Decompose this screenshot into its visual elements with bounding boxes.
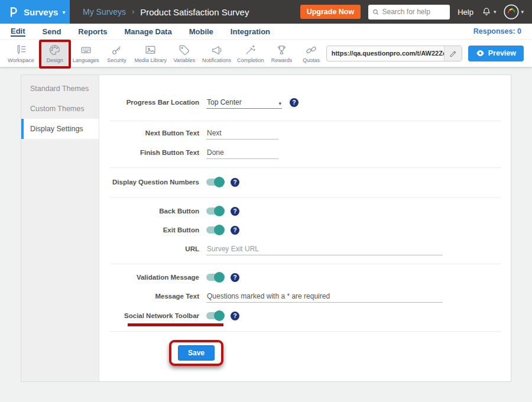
social-network-toolbar-row: Social Network Toolbar ? <box>110 310 501 322</box>
toolbar-item-notifications[interactable]: Notifications <box>199 40 234 66</box>
help-icon[interactable]: ? <box>290 98 299 107</box>
display-settings-panel: Standard Themes Custom Themes Display Se… <box>21 74 511 382</box>
message-text-row: Message Text <box>110 290 501 303</box>
pencil-icon <box>449 50 457 57</box>
display-settings-form: Progress Bar Location Top Center ▾ ? Nex… <box>99 75 511 381</box>
product-label: Surveys <box>24 7 58 17</box>
account-menu[interactable]: ▾ <box>504 4 524 20</box>
back-button-toggle[interactable] <box>206 208 223 215</box>
toolbar-item-label: Rewards <box>271 57 293 63</box>
tab-edit[interactable]: Edit <box>11 27 25 37</box>
message-text-label: Message Text <box>110 292 206 301</box>
search-input[interactable] <box>382 8 446 16</box>
help-icon[interactable]: ? <box>231 207 239 216</box>
security-icon <box>111 44 123 56</box>
toolbar-item-label: Workspace <box>8 57 34 63</box>
sidebar-item-custom-themes[interactable]: Custom Themes <box>21 99 99 119</box>
question-numbers-group: Display Question Numbers ? <box>110 168 501 198</box>
eye-icon <box>476 50 485 57</box>
tab-reports[interactable]: Reports <box>78 27 107 36</box>
validation-message-toggle[interactable] <box>206 274 223 281</box>
preview-label: Preview <box>488 49 516 57</box>
sidebar-item-display-settings[interactable]: Display Settings <box>21 119 99 139</box>
toolbar-item-rewards[interactable]: Rewards <box>267 40 297 66</box>
finish-button-text-row: Finish Button Text <box>110 147 501 159</box>
progress-bar-location-value: Top Center <box>207 98 242 106</box>
tab-mobile[interactable]: Mobile <box>189 27 213 36</box>
exit-url-input[interactable] <box>206 243 443 255</box>
help-link[interactable]: Help <box>458 8 473 17</box>
toolbar-item-label: Completion <box>237 57 264 63</box>
design-sidebar: Standard Themes Custom Themes Display Se… <box>21 75 99 381</box>
exit-button-label: Exit Button <box>110 226 206 235</box>
design-icon <box>48 44 61 56</box>
navigation-buttons-group: Back Button ? Exit Button ? URL <box>110 198 501 264</box>
toggle-knob <box>214 177 225 187</box>
help-icon[interactable]: ? <box>231 273 239 282</box>
message-text-input[interactable] <box>206 290 443 303</box>
back-button-row: Back Button ? <box>110 205 501 217</box>
edit-url-button[interactable] <box>444 46 462 61</box>
chevron-down-icon: ▾ <box>278 100 281 106</box>
tab-manage-data[interactable]: Manage Data <box>124 27 171 36</box>
upgrade-now-button[interactable]: Upgrade Now <box>300 5 361 19</box>
languages-icon <box>80 44 92 56</box>
progress-bar-location-label: Progress Bar Location <box>110 98 206 107</box>
progress-bar-group: Progress Bar Location Top Center ▾ ? <box>110 75 501 121</box>
toolbar-item-label: Variables <box>174 57 196 63</box>
back-button-label: Back Button <box>110 207 206 216</box>
next-button-text-row: Next Button Text <box>110 127 501 140</box>
toolbar-item-workspace[interactable]: Workspace <box>5 40 37 66</box>
preview-button[interactable]: Preview <box>468 46 524 61</box>
tab-send[interactable]: Send <box>43 27 61 36</box>
breadcrumb-separator-icon: › <box>132 8 134 16</box>
toolbar-item-label: Design <box>47 57 63 63</box>
completion-icon <box>244 44 257 56</box>
finish-button-text-input[interactable] <box>206 147 278 159</box>
bell-icon <box>481 7 492 17</box>
chevron-down-icon: ▾ <box>494 9 497 15</box>
survey-nav: Edit Send Reports Manage Data Mobile Int… <box>0 24 532 40</box>
toolbar-item-quotas[interactable]: Quotas <box>297 40 326 66</box>
social-network-toolbar-label: Social Network Toolbar <box>110 312 206 320</box>
toolbar-item-completion[interactable]: Completion <box>234 40 267 66</box>
media-library-icon <box>144 44 157 56</box>
exit-button-toggle[interactable] <box>206 226 223 234</box>
toggle-knob <box>214 206 225 216</box>
toolbar-item-languages[interactable]: Languages <box>70 40 102 66</box>
toolbar-item-security[interactable]: Security <box>102 40 131 66</box>
display-question-numbers-label: Display Question Numbers <box>110 178 206 187</box>
progress-bar-location-select[interactable]: Top Center ▾ <box>206 96 282 109</box>
variables-icon <box>178 44 190 56</box>
toggle-knob <box>214 225 225 235</box>
top-header: Surveys ▾ My Surveys › Product Satisfact… <box>0 0 532 24</box>
toolbar-item-design[interactable]: Design <box>40 40 70 66</box>
product-switcher[interactable]: Surveys ▾ <box>0 0 70 24</box>
next-button-text-input[interactable] <box>206 127 278 140</box>
progress-bar-location-row: Progress Bar Location Top Center ▾ ? <box>110 96 501 109</box>
button-text-group: Next Button Text Finish Button Text <box>110 121 501 168</box>
display-question-numbers-toggle[interactable] <box>206 179 223 186</box>
finish-button-text-label: Finish Button Text <box>110 148 206 157</box>
survey-url-value[interactable]: https://qa.questionpro.com/t/AW22Zcq2J <box>327 46 444 61</box>
rewards-icon <box>275 44 288 56</box>
tab-integration[interactable]: Integration <box>231 27 270 36</box>
save-button[interactable]: Save <box>178 345 215 361</box>
help-icon[interactable]: ? <box>231 226 239 235</box>
social-network-toolbar-toggle[interactable] <box>206 312 223 319</box>
display-question-numbers-row: Display Question Numbers ? <box>110 176 501 188</box>
validation-group: Validation Message ? Message Text Social… <box>110 264 501 332</box>
sidebar-item-standard-themes[interactable]: Standard Themes <box>21 79 99 99</box>
validation-message-label: Validation Message <box>110 273 206 282</box>
exit-button-row: Exit Button ? <box>110 224 501 236</box>
help-icon[interactable]: ? <box>231 178 239 187</box>
responses-count[interactable]: Responses: 0 <box>473 27 521 35</box>
toolbar-divider <box>38 43 39 64</box>
help-search[interactable] <box>368 5 450 20</box>
help-icon[interactable]: ? <box>231 312 239 320</box>
breadcrumb-my-surveys[interactable]: My Surveys <box>83 7 126 17</box>
notifications-menu[interactable]: ▾ <box>481 7 497 17</box>
toolbar-item-variables[interactable]: Variables <box>170 40 199 66</box>
toolbar-item-media-library[interactable]: Media Library <box>131 40 170 66</box>
toolbar-item-label: Languages <box>73 57 99 63</box>
